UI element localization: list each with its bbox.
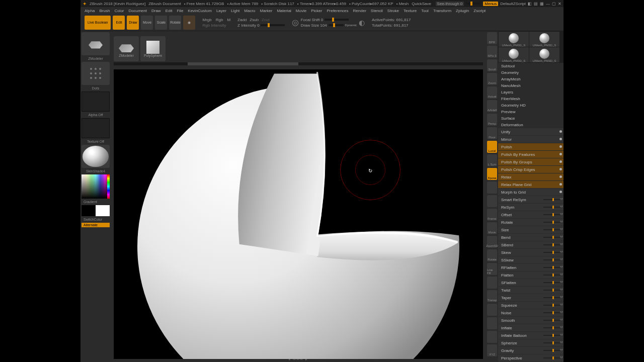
menu-render[interactable]: Render [353,9,366,13]
scale-mode-button[interactable]: Scale [155,16,167,30]
move-mode-button[interactable]: Move [141,16,153,30]
subtool-thumb-0[interactable]: UMesh_PM3D_S [499,32,529,47]
menus-toggle[interactable]: Menus [483,2,498,6]
menu-preferences[interactable]: Preferences [327,9,348,13]
deform-relax-plane-grid[interactable]: Relax Plane Grid [498,181,564,188]
nav-move[interactable]: Move [487,222,497,234]
alternate-button[interactable]: Alternate [82,223,110,227]
nav-frame[interactable]: Frame [487,209,497,221]
deform-spherize[interactable]: Spherizex y z [498,339,564,346]
deform-perspective[interactable]: Perspectivex y z [498,354,564,361]
m-button[interactable]: M [227,18,230,22]
nav-icon12[interactable] [487,195,497,207]
default-zscript[interactable]: DefaultZScript [500,2,526,6]
gradient-label[interactable]: Gradient [82,200,110,204]
deform-offset[interactable]: Offsetx y z [498,211,564,218]
menu-transform[interactable]: Transform [433,9,451,13]
nav-icon20[interactable] [487,304,497,316]
stroke-dots[interactable] [82,62,110,85]
menu-movie[interactable]: Movie [296,9,306,13]
deform-inflate[interactable]: Inflatex y z [498,324,564,331]
zadd-button[interactable]: Zadd [237,18,247,22]
viewport[interactable]: ↻ [114,69,483,359]
nav-zoomsd[interactable]: ZoomSD [487,236,497,248]
deform-morph-to-grid[interactable]: Morph to Grid [498,189,564,196]
swatch-primary[interactable] [96,205,110,216]
menu-zscript[interactable]: Zscript [473,9,486,13]
section-geometry[interactable]: Geometry [498,69,564,76]
deform-size[interactable]: Sizex y z [498,226,564,233]
nav-persp[interactable]: Persp [487,114,497,126]
section-arraymesh[interactable]: ArrayMesh [498,76,564,82]
section-nanomesh[interactable]: NanoMesh [498,82,564,89]
color-picker[interactable] [82,174,110,199]
section-fibermesh[interactable]: FiberMesh [498,96,564,102]
nav-xyz[interactable]: XYZ [487,344,497,356]
rgb-button[interactable]: Rgb [216,18,223,22]
nav-spix3[interactable]: SPix 3 [487,46,497,58]
dynamic-label[interactable]: Dynamic [345,24,357,27]
deform-squeeze[interactable]: Squeezex y z [498,302,564,309]
nav-lsym[interactable]: L.Sym [487,154,497,166]
draw-size-slider[interactable] [329,24,344,26]
deform-polish[interactable]: Polish [498,143,564,150]
menu-file[interactable]: File [177,9,183,13]
mrgb-button[interactable]: Mrgb [202,18,211,22]
deform-skew[interactable]: Skewx y z [498,249,564,256]
close-icon[interactable]: ✕ [558,2,561,6]
menu-texture[interactable]: Texture [404,9,417,13]
menu-brush[interactable]: Brush [99,9,110,13]
nav-transp[interactable]: Transp [487,290,497,302]
deform-taper[interactable]: Taperx y z [498,294,564,301]
nav-scroll[interactable]: Scroll [487,59,497,71]
subtool-thumb-3[interactable]: UMesh_PM3D_S [529,47,559,62]
draw-mode-button[interactable]: Draw [127,16,139,30]
shelf-scroll[interactable] [114,62,483,65]
deform-unify[interactable]: Unify [498,128,564,135]
seethrough-slider[interactable]: See-through 0 [436,2,464,6]
material-thumb[interactable] [82,145,110,168]
deform-gravity[interactable]: Gravityx y z [498,347,564,354]
nav-xpose[interactable]: Xpose [487,168,497,180]
menu-layer[interactable]: Layer [216,9,226,13]
nav-aahalf[interactable]: AAHalf [487,100,497,112]
menu-stroke[interactable]: Stroke [387,9,399,13]
deform-flatten[interactable]: Flattenx y z [498,272,564,279]
deform-resym[interactable]: ReSymx y z [498,204,564,211]
z-intensity-slider[interactable] [261,24,285,26]
deform-rotate[interactable]: Rotatex y z [498,219,564,226]
deform-polish-by-groups[interactable]: Polish By Groups [498,158,564,165]
menu-zplugin[interactable]: Zplugin [456,9,469,13]
layout3-icon[interactable]: ▦ [540,2,544,6]
deform-sskew[interactable]: SSkewx y z [498,256,564,263]
deform-sbend[interactable]: SBendx y z [498,241,564,248]
maximize-icon[interactable]: ▢ [552,2,556,6]
texture-slot[interactable] [82,118,110,138]
menu-document[interactable]: Document [129,9,147,13]
switchcolor-label[interactable]: SwitchColor [82,217,110,222]
focal-shift-icon[interactable]: ◎ [292,18,299,27]
deform-polish-crisp-edges[interactable]: Polish Crisp Edges [498,166,564,173]
alpha-slot[interactable] [82,92,110,112]
nav-floor[interactable]: Floor [487,127,497,139]
layout1-icon[interactable]: ◧ [528,2,532,6]
nav-actual[interactable]: Actual [487,86,497,99]
menu-kevincustom[interactable]: KevinCustom [188,9,212,13]
deform-smart-resym[interactable]: Smart ReSymx y z [498,196,564,203]
zcut-button[interactable]: Zcut [262,18,270,22]
quicksave-button[interactable]: QuickSave [412,2,431,6]
gizmo-icon[interactable]: ◉ [183,16,195,30]
menu-alpha[interactable]: Alpha [85,9,95,13]
nav-bpr[interactable]: BPR [487,32,497,44]
menu-macro[interactable]: Macro [244,9,255,13]
section-surface[interactable]: Surface [498,115,564,122]
section-preview[interactable]: Preview [498,109,564,115]
brush-falloff-icon[interactable]: ◐ [359,19,365,27]
menu-edit[interactable]: Edit [166,9,173,13]
brush-tile-polysphere[interactable]: PolySphere [140,36,166,61]
subtool-thumb-2[interactable]: UMesh_PM3D_S [499,47,529,62]
rotate-mode-button[interactable]: Rotate [169,16,181,30]
menu-marker[interactable]: Marker [260,9,273,13]
menu-material[interactable]: Material [277,9,291,13]
section-layers[interactable]: Layers [498,89,564,96]
